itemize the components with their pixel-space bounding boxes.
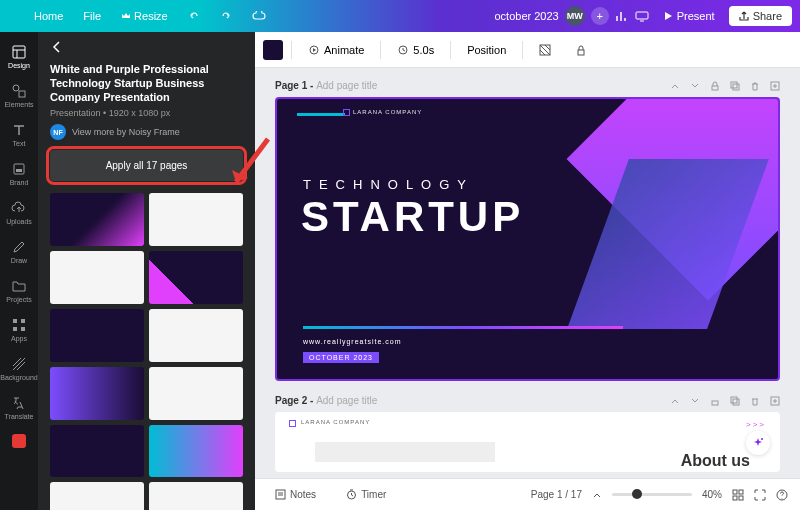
svg-rect-16 [733, 84, 739, 90]
svg-rect-1 [13, 46, 25, 58]
bottom-bar: Notes Timer Page 1 / 17 40% [255, 478, 800, 510]
share-icon [739, 11, 749, 21]
timer-button[interactable]: Timer [338, 485, 394, 504]
page1-title-input[interactable]: Add page title [316, 80, 377, 91]
template-thumb[interactable] [149, 367, 243, 420]
crown-icon [121, 11, 131, 21]
rail-brand[interactable]: Brand [0, 155, 38, 192]
grid-icon [11, 317, 27, 333]
author-link[interactable]: View more by Noisy Frame [72, 127, 180, 137]
svg-rect-0 [636, 12, 648, 19]
svg-rect-6 [13, 319, 17, 323]
duplicate-page-button[interactable] [730, 81, 740, 91]
page2-title-input[interactable]: Add page title [316, 395, 377, 406]
background-color-swatch[interactable] [263, 40, 283, 60]
undo-button[interactable] [180, 6, 208, 26]
rail-projects[interactable]: Projects [0, 272, 38, 309]
duplicate-page-button[interactable] [730, 396, 740, 406]
magic-button[interactable] [746, 431, 770, 455]
animate-button[interactable]: Animate [300, 40, 372, 60]
slide-2[interactable]: LARANA COMPANY >>> About us [275, 412, 780, 472]
template-thumb[interactable] [149, 193, 243, 246]
template-thumbnails [50, 193, 243, 510]
expand-button[interactable] [690, 81, 700, 91]
svg-rect-20 [733, 399, 739, 405]
rail-design[interactable]: Design [0, 38, 38, 75]
template-panel: White and Purple Professional Technology… [38, 32, 255, 510]
cloud-button[interactable] [244, 7, 274, 25]
rail-uploads[interactable]: Uploads [0, 194, 38, 231]
rail-text[interactable]: Text [0, 116, 38, 153]
delete-page-button[interactable] [750, 396, 760, 406]
svg-point-2 [13, 85, 19, 91]
copy-icon [730, 396, 740, 406]
delete-page-button[interactable] [750, 81, 760, 91]
page-counter[interactable]: Page 1 / 17 [531, 489, 582, 500]
template-thumb[interactable] [50, 367, 144, 420]
top-bar: Home File Resize october 2023 MW + Prese… [0, 0, 800, 32]
zoom-value[interactable]: 40% [702, 489, 722, 500]
position-button[interactable]: Position [459, 40, 514, 60]
lock-button[interactable] [567, 40, 595, 60]
slide-1[interactable]: LARANA COMPANY TECHNOLOGY STARTUP www.re… [275, 97, 780, 381]
rail-bottom[interactable] [0, 428, 38, 456]
fullscreen-icon[interactable] [754, 489, 766, 501]
template-thumb[interactable] [149, 425, 243, 478]
zoom-slider[interactable] [612, 493, 692, 496]
home-button[interactable]: Home [26, 6, 71, 26]
add-page-icon [770, 396, 780, 406]
chevron-up-icon [670, 81, 680, 91]
template-thumb[interactable] [50, 425, 144, 478]
redo-button[interactable] [212, 6, 240, 26]
rail-translate[interactable]: Translate [0, 389, 38, 426]
add-page-button[interactable] [770, 396, 780, 406]
template-thumb[interactable] [50, 251, 144, 304]
avatar[interactable]: MW [565, 6, 585, 26]
animate-icon [308, 44, 320, 56]
redo-icon [220, 10, 232, 22]
svg-rect-27 [733, 496, 737, 500]
svg-rect-26 [739, 490, 743, 494]
present-button[interactable]: Present [655, 6, 723, 26]
chevron-down-icon [690, 81, 700, 91]
collapse-button[interactable] [670, 81, 680, 91]
context-toolbar: Animate 5.0s Position [255, 32, 800, 68]
expand-button[interactable] [690, 396, 700, 406]
projector-icon[interactable] [635, 9, 649, 23]
duration-button[interactable]: 5.0s [389, 40, 442, 60]
translate-icon [11, 395, 27, 411]
file-button[interactable]: File [75, 6, 109, 26]
rail-draw[interactable]: Draw [0, 233, 38, 270]
back-button[interactable] [38, 32, 255, 62]
template-thumb[interactable] [50, 482, 144, 510]
trash-icon [750, 81, 760, 91]
resize-button[interactable]: Resize [113, 6, 176, 26]
slide-date: OCTOBER 2023 [303, 352, 379, 363]
chevron-up-icon[interactable] [592, 490, 602, 500]
cloud-icon [252, 11, 266, 21]
svg-rect-9 [21, 327, 25, 331]
rail-elements[interactable]: Elements [0, 77, 38, 114]
template-thumb[interactable] [50, 193, 144, 246]
add-member-button[interactable]: + [591, 7, 609, 25]
grid-view-icon[interactable] [732, 489, 744, 501]
template-thumb[interactable] [50, 309, 144, 362]
apply-all-button[interactable]: Apply all 17 pages [50, 150, 243, 181]
transparency-button[interactable] [531, 40, 559, 60]
document-name[interactable]: october 2023 [495, 10, 559, 22]
notes-button[interactable]: Notes [267, 485, 324, 504]
help-icon[interactable] [776, 489, 788, 501]
template-thumb[interactable] [149, 251, 243, 304]
add-page-button[interactable] [770, 81, 780, 91]
analytics-icon[interactable] [615, 9, 629, 23]
rail-background[interactable]: Background [0, 350, 38, 387]
template-thumb[interactable] [149, 482, 243, 510]
template-thumb[interactable] [149, 309, 243, 362]
lock-icon [710, 81, 720, 91]
lock-page-button[interactable] [710, 396, 720, 406]
share-button[interactable]: Share [729, 6, 792, 26]
collapse-button[interactable] [670, 396, 680, 406]
rail-apps[interactable]: Apps [0, 311, 38, 348]
pencil-icon [11, 239, 27, 255]
lock-page-button[interactable] [710, 81, 720, 91]
